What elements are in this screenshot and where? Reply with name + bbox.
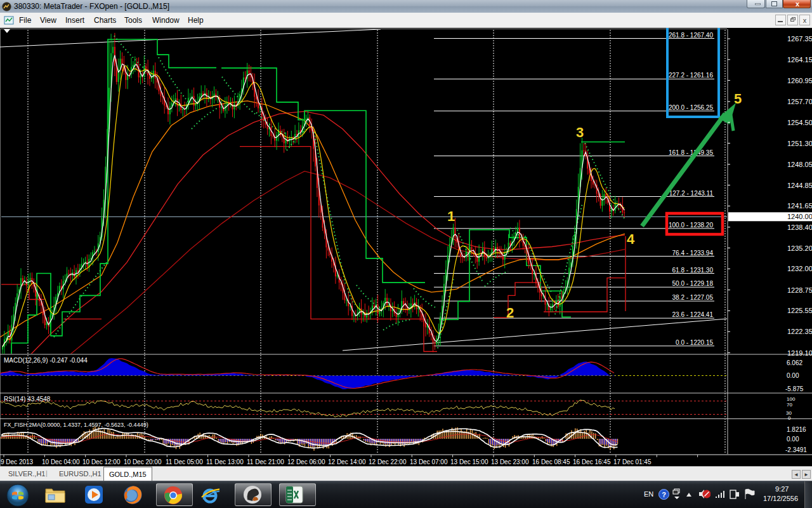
svg-text:?: ? — [662, 491, 666, 498]
svg-text:12 Dec 14:00: 12 Dec 14:00 — [328, 458, 366, 465]
svg-text:6.062: 6.062 — [787, 359, 802, 366]
svg-text:1257.70: 1257.70 — [787, 98, 812, 105]
svg-text:1248.05: 1248.05 — [787, 161, 812, 168]
svg-text:13 Dec 07:00: 13 Dec 07:00 — [410, 458, 448, 465]
svg-text:127.2 - 1243.11: 127.2 - 1243.11 — [669, 190, 714, 197]
svg-text:0: 0 — [788, 415, 791, 421]
svg-text:-2.3491: -2.3491 — [785, 446, 807, 453]
svg-text:1222.35: 1222.35 — [787, 328, 812, 335]
svg-text:0.00: 0.00 — [787, 436, 799, 443]
svg-text:17 Dec 01:45: 17 Dec 01:45 — [613, 458, 652, 465]
svg-text:9 Dec 2013: 9 Dec 2013 — [1, 458, 34, 465]
svg-text:12 Dec 22:00: 12 Dec 22:00 — [369, 458, 407, 465]
svg-text:38.2 - 1227.05: 38.2 - 1227.05 — [672, 294, 714, 301]
svg-text:1238.40: 1238.40 — [787, 224, 812, 231]
svg-text:5: 5 — [734, 91, 742, 107]
svg-text:3: 3 — [576, 124, 584, 140]
svg-text:13 Dec 15:00: 13 Dec 15:00 — [450, 458, 488, 465]
svg-text:12 Dec 06:00: 12 Dec 06:00 — [287, 458, 325, 465]
svg-text:100: 100 — [787, 396, 796, 402]
svg-text:10 Dec 04:00: 10 Dec 04:00 — [42, 458, 80, 465]
svg-text:RSI(14) 43.4548: RSI(14) 43.4548 — [4, 396, 51, 403]
svg-text:227.2 - 1261.16: 227.2 - 1261.16 — [669, 72, 713, 79]
svg-text:1.8216: 1.8216 — [787, 426, 806, 433]
svg-text:0.0 - 1220.15: 0.0 - 1220.15 — [676, 339, 713, 346]
svg-text:1225.55: 1225.55 — [787, 307, 812, 314]
svg-text:4: 4 — [627, 231, 635, 247]
svg-text:261.8 - 1267.40: 261.8 - 1267.40 — [669, 32, 713, 39]
svg-text:2: 2 — [506, 305, 514, 321]
svg-text:1241.65: 1241.65 — [787, 202, 812, 210]
svg-text:1264.15: 1264.15 — [787, 56, 812, 64]
svg-text:70: 70 — [787, 402, 792, 408]
svg-text:50.0 - 1229.18: 50.0 - 1229.18 — [672, 280, 714, 287]
svg-text:1240.00: 1240.00 — [787, 213, 812, 220]
svg-text:11 Dec 13:00: 11 Dec 13:00 — [206, 458, 244, 465]
svg-text:100.0 - 1238.20: 100.0 - 1238.20 — [669, 222, 713, 229]
svg-text:1244.85: 1244.85 — [787, 182, 812, 189]
svg-text:13 Dec 23:00: 13 Dec 23:00 — [491, 458, 529, 465]
svg-text:1260.95: 1260.95 — [787, 77, 812, 84]
svg-text:1219.10: 1219.10 — [787, 349, 812, 357]
svg-text:76.4 - 1233.94: 76.4 - 1233.94 — [672, 250, 714, 257]
svg-text:10 Dec 20:00: 10 Dec 20:00 — [124, 458, 162, 465]
svg-text:16 Dec 16:45: 16 Dec 16:45 — [573, 458, 611, 465]
svg-text:MACD(12,26,9) -0.247 -0.044: MACD(12,26,9) -0.247 -0.044 — [4, 357, 88, 364]
svg-text:1254.50: 1254.50 — [787, 119, 812, 126]
svg-text:161.8 - 1249.35: 161.8 - 1249.35 — [669, 149, 713, 156]
svg-text:FX_FISH 2MA(0.0000, 1.4337, 1.: FX_FISH 2MA(0.0000, 1.4337, 1.4597, -0.5… — [4, 422, 148, 428]
svg-text:1: 1 — [447, 208, 455, 224]
svg-text:1232.00: 1232.00 — [787, 265, 812, 272]
svg-text:1228.75: 1228.75 — [787, 286, 812, 294]
svg-text:11 Dec 21:00: 11 Dec 21:00 — [247, 458, 284, 465]
svg-text:11 Dec 05:00: 11 Dec 05:00 — [166, 458, 203, 465]
svg-text:16 Dec 08:45: 16 Dec 08:45 — [532, 458, 570, 465]
svg-text:1267.35: 1267.35 — [787, 35, 812, 43]
svg-text:0.00: 0.00 — [787, 372, 799, 379]
svg-text:10 Dec 12:00: 10 Dec 12:00 — [82, 458, 121, 465]
svg-text:-5.875: -5.875 — [785, 385, 804, 392]
svg-text:1235.20: 1235.20 — [787, 244, 812, 252]
svg-text:1251.30: 1251.30 — [787, 140, 812, 147]
svg-text:200.0 - 1256.25: 200.0 - 1256.25 — [669, 104, 713, 111]
svg-text:23.6 - 1224.41: 23.6 - 1224.41 — [672, 311, 714, 318]
svg-text:61.8 - 1231.30: 61.8 - 1231.30 — [672, 267, 714, 274]
